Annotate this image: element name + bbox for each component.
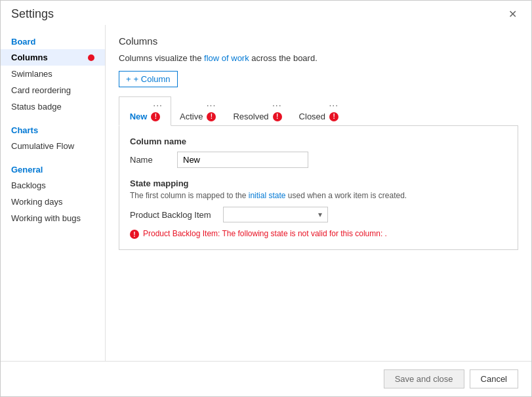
tab-active-dots-icon[interactable]: ··· bbox=[207, 100, 216, 110]
column-detail-panel: Column name Name State mapping The first… bbox=[119, 126, 518, 250]
sidebar-section-board: Board bbox=[1, 31, 105, 49]
tab-closed[interactable]: ··· Closed ! bbox=[291, 96, 347, 125]
tab-closed-dots-icon[interactable]: ··· bbox=[329, 100, 338, 110]
sidebar-item-swimlanes[interactable]: Swimlanes bbox=[1, 66, 105, 82]
state-select-dropdown[interactable]: ▾ bbox=[223, 207, 328, 222]
sidebar-item-card-reordering[interactable]: Card reordering bbox=[1, 82, 105, 98]
column-name-row: Name bbox=[130, 152, 507, 168]
sidebar-item-working-days[interactable]: Working days bbox=[1, 194, 105, 210]
cancel-button[interactable]: Cancel bbox=[470, 369, 518, 388]
close-button[interactable]: ✕ bbox=[504, 8, 521, 21]
dialog-footer: Save and close Cancel bbox=[1, 361, 531, 396]
tab-new-dots-icon[interactable]: ··· bbox=[153, 100, 163, 110]
error-icon: ! bbox=[130, 230, 139, 239]
main-content: Columns Columns visualize the flow of wo… bbox=[106, 25, 531, 361]
column-name-input[interactable] bbox=[177, 152, 308, 168]
tab-resolved[interactable]: ··· Resolved ! bbox=[224, 96, 290, 125]
columns-error-indicator bbox=[88, 54, 94, 61]
tab-new-error: ! bbox=[151, 112, 160, 121]
tab-resolved-error: ! bbox=[273, 112, 282, 121]
sidebar-item-working-with-bugs[interactable]: Working with bugs bbox=[1, 210, 105, 226]
plus-icon: + bbox=[126, 74, 131, 84]
state-error-message: ! Product Backlog Item: The following st… bbox=[130, 229, 507, 239]
tab-active-error: ! bbox=[207, 112, 216, 121]
sidebar-item-status-badge[interactable]: Status badge bbox=[1, 98, 105, 115]
product-backlog-item-label: Product Backlog Item bbox=[130, 210, 215, 220]
sidebar-section-charts: Charts bbox=[1, 120, 105, 138]
save-and-close-button[interactable]: Save and close bbox=[384, 369, 464, 388]
tab-active[interactable]: ··· Active ! bbox=[171, 96, 224, 125]
sidebar-section-general: General bbox=[1, 159, 105, 177]
settings-dialog: Settings ✕ Board Columns Swimlanes Card … bbox=[0, 0, 532, 397]
dialog-body: Board Columns Swimlanes Card reordering … bbox=[1, 25, 531, 361]
sidebar-item-backlogs[interactable]: Backlogs bbox=[1, 177, 105, 194]
column-name-title: Column name bbox=[130, 136, 507, 146]
state-mapping-title: State mapping bbox=[130, 178, 507, 188]
state-mapping-row: Product Backlog Item ▾ bbox=[130, 207, 507, 222]
columns-description: Columns visualize the flow of work acros… bbox=[119, 53, 518, 63]
dropdown-arrow-icon: ▾ bbox=[318, 210, 322, 219]
state-mapping-section: State mapping The first column is mapped… bbox=[130, 178, 507, 239]
tab-resolved-dots-icon[interactable]: ··· bbox=[272, 100, 282, 110]
sidebar-item-cumulative-flow[interactable]: Cumulative Flow bbox=[1, 138, 105, 154]
sidebar-item-columns[interactable]: Columns bbox=[1, 49, 105, 66]
state-mapping-description: The first column is mapped to the initia… bbox=[130, 191, 507, 200]
columns-tabs: ··· New ! ··· Active ! bbox=[119, 96, 518, 126]
dialog-title: Settings bbox=[11, 7, 54, 21]
name-label: Name bbox=[130, 155, 169, 165]
add-column-button[interactable]: + + Column bbox=[119, 71, 178, 87]
sidebar: Board Columns Swimlanes Card reordering … bbox=[1, 25, 106, 361]
section-title: Columns bbox=[119, 35, 518, 47]
tab-closed-error: ! bbox=[329, 112, 338, 121]
dialog-header: Settings ✕ bbox=[1, 1, 531, 25]
tab-new[interactable]: ··· New ! bbox=[119, 96, 171, 126]
